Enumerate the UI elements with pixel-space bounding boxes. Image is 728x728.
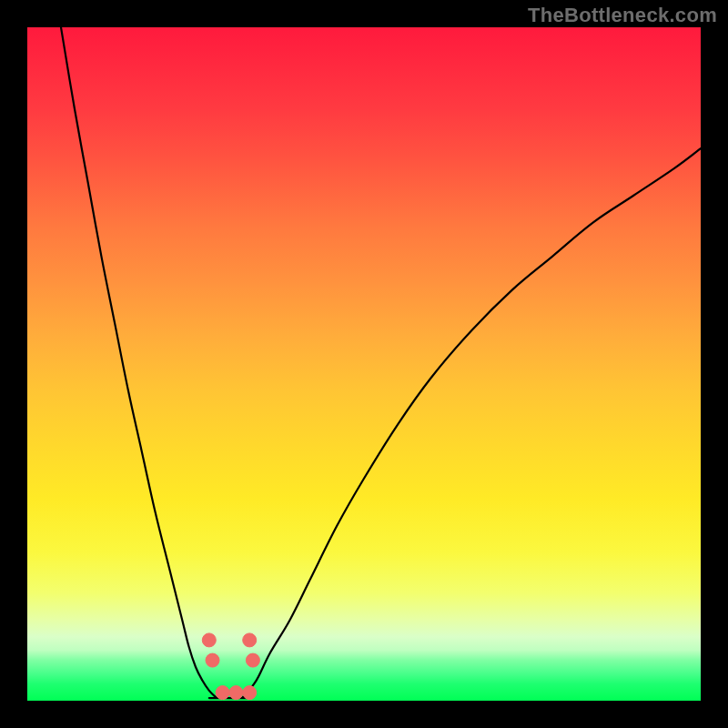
marker-floor-right: [243, 686, 257, 700]
watermark-text: TheBottleneck.com: [528, 4, 717, 27]
chart-frame: TheBottleneck.com: [0, 0, 728, 728]
left-curve: [61, 27, 216, 697]
marker-right-join-top: [243, 633, 257, 647]
marker-right-join-bottom: [246, 653, 259, 667]
marker-left-join-bottom: [206, 653, 219, 667]
marker-floor-left: [216, 686, 229, 700]
markers-group: [202, 633, 259, 700]
right-curve: [243, 148, 701, 697]
curves-svg: [27, 27, 701, 701]
marker-floor-mid: [229, 686, 243, 700]
plot-area: [27, 27, 701, 701]
marker-left-join-top: [202, 633, 216, 647]
